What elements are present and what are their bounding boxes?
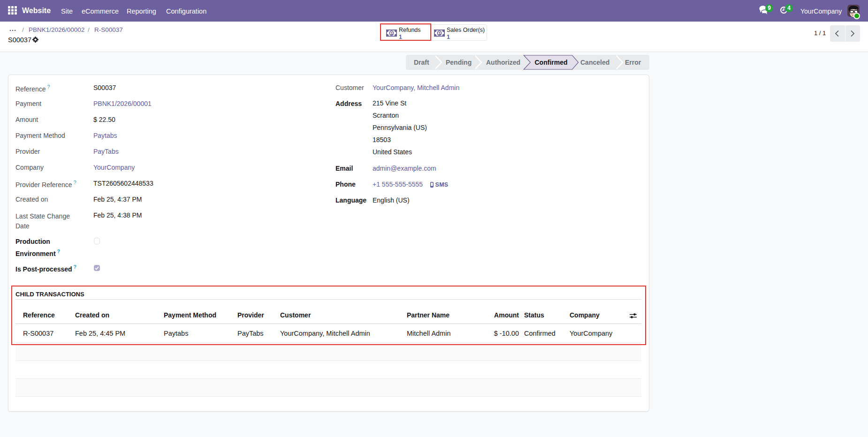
svg-text:1: 1 [438,31,441,36]
svg-text:Confirmed: Confirmed [535,59,568,66]
svg-text:Pending: Pending [446,59,472,66]
svg-text:Error: Error [625,59,641,66]
svg-text:Draft: Draft [414,59,429,66]
svg-text:Authorized: Authorized [486,59,520,66]
svg-text:Canceled: Canceled [580,59,609,66]
